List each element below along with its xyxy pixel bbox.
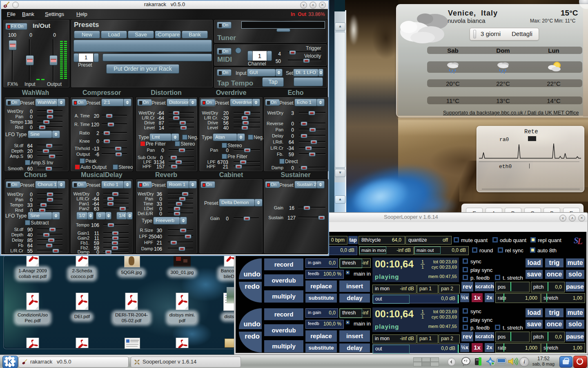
svg-text:K: K	[7, 358, 13, 366]
